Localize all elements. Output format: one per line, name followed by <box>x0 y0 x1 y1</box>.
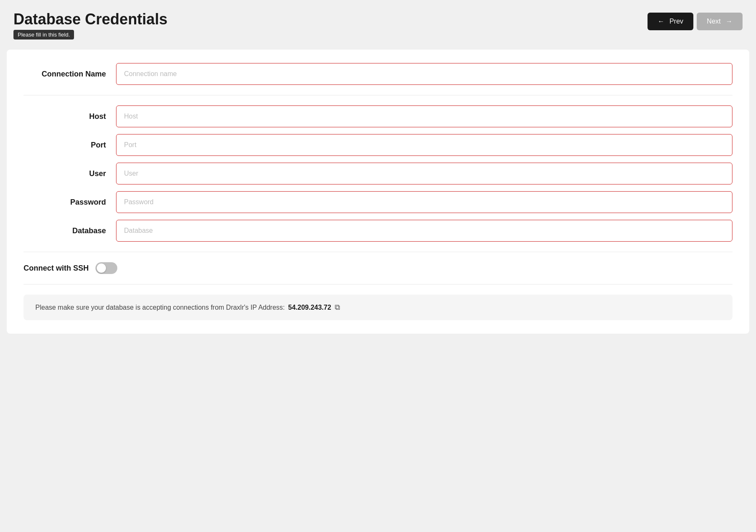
prev-label: Prev <box>669 18 683 25</box>
header-actions: Prev Next <box>648 13 743 30</box>
host-label: Host <box>24 112 116 121</box>
page-title: Database Credentials <box>13 10 167 28</box>
password-label: Password <box>24 198 116 207</box>
db-credentials-section: Host Port User Password Database <box>24 105 732 252</box>
next-label: Next <box>707 18 721 25</box>
header-left: Database Credentials Please fill in this… <box>13 10 167 40</box>
copy-icon[interactable]: ⧉ <box>335 303 340 312</box>
next-arrow-icon <box>724 18 732 25</box>
prev-arrow-icon <box>658 18 666 25</box>
user-row: User <box>24 163 732 184</box>
port-label: Port <box>24 141 116 150</box>
connection-name-label: Connection Name <box>24 70 116 79</box>
header: Database Credentials Please fill in this… <box>0 0 756 46</box>
host-row: Host <box>24 105 732 127</box>
ssh-row: Connect with SSH <box>24 262 732 274</box>
ssh-label: Connect with SSH <box>24 264 89 273</box>
prev-button[interactable]: Prev <box>648 13 693 30</box>
page-wrapper: Database Credentials Please fill in this… <box>0 0 756 532</box>
toggle-track <box>95 262 117 274</box>
port-row: Port <box>24 134 732 156</box>
connection-name-section: Connection Name <box>24 63 732 95</box>
main-content: Connection Name Host Port User P <box>7 50 749 334</box>
connection-name-input[interactable] <box>116 63 732 85</box>
ssh-section: Connect with SSH <box>24 262 732 284</box>
database-label: Database <box>24 226 116 235</box>
password-row: Password <box>24 191 732 213</box>
ssh-toggle[interactable] <box>95 262 117 274</box>
database-row: Database <box>24 220 732 242</box>
validation-tooltip: Please fill in this field. <box>13 30 74 40</box>
user-label: User <box>24 169 116 178</box>
info-box: Please make sure your database is accept… <box>24 295 732 320</box>
user-input[interactable] <box>116 163 732 184</box>
next-button[interactable]: Next <box>697 13 743 30</box>
info-box-text: Please make sure your database is accept… <box>35 304 285 311</box>
port-input[interactable] <box>116 134 732 156</box>
password-input[interactable] <box>116 191 732 213</box>
toggle-thumb <box>97 263 106 273</box>
connection-name-row: Connection Name <box>24 63 732 85</box>
host-input[interactable] <box>116 105 732 127</box>
database-input[interactable] <box>116 220 732 242</box>
ip-address: 54.209.243.72 <box>288 304 331 311</box>
